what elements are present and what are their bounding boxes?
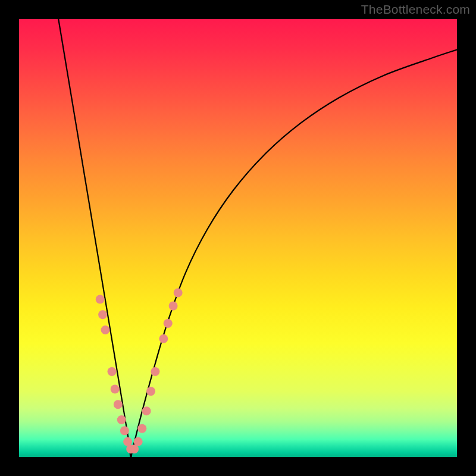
data-marker (120, 426, 129, 435)
curve-layer (19, 19, 457, 457)
data-marker (142, 406, 151, 415)
plot-area (19, 19, 457, 457)
data-marker (117, 415, 126, 424)
data-marker (96, 295, 105, 304)
data-marker (174, 289, 183, 298)
data-marker (108, 367, 117, 376)
data-marker (114, 400, 123, 409)
chart-frame: TheBottleneck.com (0, 0, 476, 476)
data-marker (111, 384, 120, 393)
data-marker (164, 319, 173, 328)
data-marker (101, 325, 109, 334)
data-marker (134, 437, 143, 446)
data-marker (159, 334, 168, 343)
data-marker (98, 310, 107, 319)
data-marker (137, 424, 146, 433)
data-marker (169, 302, 178, 311)
data-marker (151, 367, 159, 376)
watermark-text: TheBottleneck.com (361, 2, 470, 17)
data-marker (146, 387, 155, 396)
